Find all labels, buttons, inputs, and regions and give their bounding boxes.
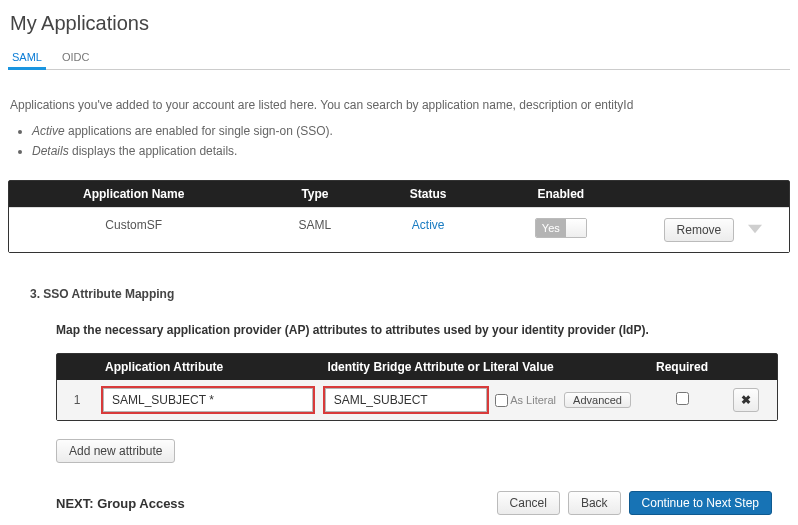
enabled-toggle[interactable]: Yes: [535, 218, 587, 238]
col-header-name: Application Name: [9, 181, 258, 207]
apps-row: CustomSF SAML Active Yes Remove: [9, 207, 789, 252]
advanced-button[interactable]: Advanced: [564, 392, 631, 408]
as-literal-wrap[interactable]: As Literal: [495, 394, 556, 407]
intro-active-em: Active: [32, 124, 65, 138]
app-name-cell: CustomSF: [9, 208, 258, 252]
tab-oidc[interactable]: OIDC: [58, 45, 106, 69]
required-checkbox[interactable]: [676, 392, 689, 405]
back-button[interactable]: Back: [568, 491, 621, 515]
cancel-button[interactable]: Cancel: [497, 491, 560, 515]
expand-caret-icon[interactable]: [748, 222, 762, 239]
next-step-label: NEXT: Group Access: [56, 496, 185, 511]
intro-lead: Applications you've added to your accoun…: [10, 96, 790, 114]
idp-attribute-input[interactable]: [325, 388, 488, 412]
delete-attribute-button[interactable]: ✖: [733, 388, 759, 412]
page-title: My Applications: [8, 4, 790, 41]
intro-details-rest: displays the application details.: [69, 144, 238, 158]
col-header-status: Status: [372, 181, 485, 207]
col-header-enabled: Enabled: [485, 181, 637, 207]
as-literal-checkbox[interactable]: [495, 394, 508, 407]
app-status-link[interactable]: Active: [412, 218, 445, 232]
continue-button[interactable]: Continue to Next Step: [629, 491, 772, 515]
attr-col-req: Required: [637, 354, 727, 380]
app-type-cell: SAML: [258, 208, 371, 252]
svg-marker-0: [748, 224, 762, 232]
attr-row-index: 1: [57, 385, 97, 415]
attr-col-app: Application Attribute: [97, 354, 319, 380]
enabled-toggle-yes: Yes: [536, 219, 566, 237]
apps-table: Application Name Type Status Enabled Cus…: [8, 180, 790, 253]
tab-saml[interactable]: SAML: [8, 45, 58, 69]
col-header-type: Type: [258, 181, 371, 207]
section3-heading: 3. SSO Attribute Mapping: [30, 287, 778, 301]
intro-block: Applications you've added to your accoun…: [8, 70, 790, 170]
attribute-row: 1 As Literal Advanced: [57, 380, 777, 420]
app-attribute-input[interactable]: [103, 388, 313, 412]
enabled-toggle-blank: [566, 219, 586, 237]
attribute-table: Application Attribute Identity Bridge At…: [56, 353, 778, 421]
attr-col-idp: Identity Bridge Attribute or Literal Val…: [319, 354, 637, 380]
intro-active-rest: applications are enabled for single sign…: [65, 124, 333, 138]
intro-details-em: Details: [32, 144, 69, 158]
intro-bullet-details: Details displays the application details…: [32, 142, 790, 160]
intro-bullet-active: Active applications are enabled for sing…: [32, 122, 790, 140]
tabs: SAML OIDC: [8, 41, 790, 70]
section3-desc: Map the necessary application provider (…: [30, 323, 778, 337]
add-new-attribute-button[interactable]: Add new attribute: [56, 439, 175, 463]
as-literal-label: As Literal: [510, 394, 556, 406]
section-sso-attribute-mapping: 3. SSO Attribute Mapping Map the necessa…: [8, 253, 790, 515]
remove-button[interactable]: Remove: [664, 218, 735, 242]
